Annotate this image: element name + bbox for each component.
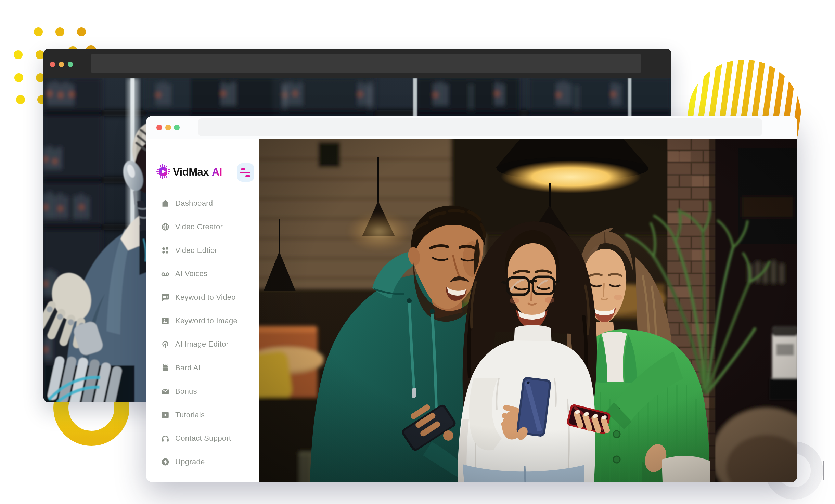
- gray-line-decoration: [823, 461, 824, 480]
- photo-vignette: [259, 139, 797, 482]
- friends-photo: [259, 139, 797, 482]
- front-browser-window: VidMaxAI Dashboard Video Creator: [146, 116, 797, 482]
- sidebar-item-label: Bonus: [175, 387, 197, 396]
- sidebar-item-bard-ai[interactable]: Bard AI: [146, 356, 259, 380]
- sidebar-item-label: Contact Support: [175, 434, 231, 443]
- zoom-button[interactable]: [68, 62, 73, 67]
- sidebar-item-bonus[interactable]: Bonus: [146, 380, 259, 403]
- sidebar-item-contact-support[interactable]: Contact Support: [146, 427, 259, 450]
- sidebar-menu: Dashboard Video Creator Video Edtior AI …: [146, 192, 259, 482]
- sidebar-item-label: Upgrade: [175, 457, 205, 466]
- minimize-button[interactable]: [59, 62, 64, 67]
- home-icon: [161, 199, 170, 208]
- sidebar: VidMaxAI Dashboard Video Creator: [146, 139, 259, 482]
- sidebar-item-upgrade[interactable]: Upgrade: [146, 450, 259, 474]
- sidebar-item-video-edtior[interactable]: Video Edtior: [146, 238, 259, 262]
- vidmax-play-chip-icon: [156, 163, 170, 180]
- mail-icon: [161, 387, 170, 396]
- sidebar-item-video-creator[interactable]: Video Creator: [146, 215, 259, 239]
- sidebar-item-label: Keyword to Video: [175, 293, 236, 302]
- grid-dots-icon: [161, 246, 170, 255]
- sidebar-item-label: AI Image Editor: [175, 340, 229, 349]
- sidebar-item-tutorials[interactable]: Tutorials: [146, 403, 259, 427]
- minimize-button[interactable]: [165, 125, 171, 130]
- robot-icon: [161, 363, 170, 372]
- sidebar-item-label: Tutorials: [175, 411, 205, 419]
- address-bar[interactable]: [198, 118, 762, 136]
- back-window-titlebar: [43, 49, 671, 78]
- close-button[interactable]: [50, 62, 55, 67]
- arrow-circle-up-icon: [161, 457, 170, 466]
- brand-logo-text: VidMaxAI: [173, 165, 222, 179]
- page: { "colors": { "accent": "#e0119a", "menu…: [0, 0, 835, 504]
- headphones-icon: [161, 434, 170, 443]
- sidebar-item-label: Keyword to Image: [175, 316, 237, 325]
- sidebar-item-ai-voices[interactable]: AI Voices: [146, 262, 259, 286]
- sidebar-item-label: Profile: [175, 481, 197, 482]
- sidebar-item-label: Video Edtior: [175, 246, 217, 255]
- id-card-icon: [161, 481, 170, 482]
- sidebar-item-label: Dashboard: [175, 199, 213, 208]
- sidebar-item-ai-image-editor[interactable]: AI Image Editor: [146, 333, 259, 356]
- sidebar-item-profile[interactable]: Profile: [146, 474, 259, 482]
- image-icon: [161, 316, 170, 325]
- zoom-button[interactable]: [174, 125, 180, 130]
- close-button[interactable]: [156, 125, 162, 130]
- sidebar-item-label: Video Creator: [175, 222, 223, 231]
- address-bar[interactable]: [91, 54, 641, 73]
- globe-icon: [161, 222, 170, 231]
- menu-toggle-button[interactable]: [237, 163, 254, 182]
- sidebar-item-label: AI Voices: [175, 269, 207, 278]
- podcast-icon: [161, 340, 170, 349]
- play-box-icon: [161, 411, 170, 419]
- sidebar-item-keyword-to-image[interactable]: Keyword to Image: [146, 309, 259, 333]
- voicemail-icon: [161, 269, 170, 278]
- sidebar-item-label: Bard AI: [175, 363, 201, 372]
- video-chat-icon: [161, 293, 170, 302]
- front-window-titlebar: [146, 116, 797, 139]
- brand-name: VidMax: [173, 166, 209, 178]
- sidebar-item-keyword-to-video[interactable]: Keyword to Video: [146, 286, 259, 309]
- brand-suffix: AI: [212, 166, 222, 178]
- sidebar-item-dashboard[interactable]: Dashboard: [146, 192, 259, 215]
